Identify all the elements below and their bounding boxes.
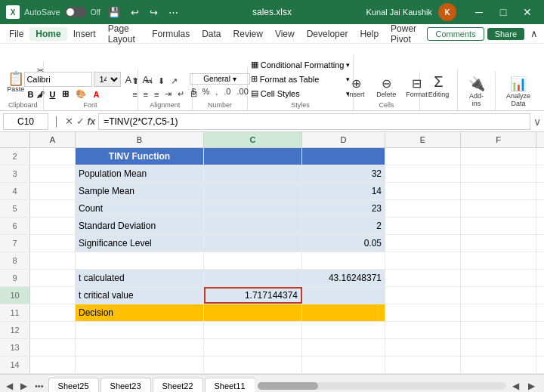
cell-e9[interactable] [385, 270, 461, 286]
user-avatar[interactable]: K [438, 3, 456, 21]
currency-button[interactable]: $ [189, 86, 198, 97]
cell-a8[interactable] [30, 252, 76, 269]
insert-cells-button[interactable]: ⊕ Insert [342, 75, 369, 100]
align-left-button[interactable]: ≡ [130, 88, 139, 100]
menu-formulas[interactable]: Formulas [146, 27, 196, 41]
cell-c9[interactable] [204, 270, 302, 286]
cell-c8[interactable] [204, 252, 302, 269]
cell-f12[interactable] [461, 322, 536, 338]
number-format-box[interactable]: General ▾ [190, 73, 250, 85]
cell-f4[interactable] [461, 183, 536, 199]
ribbon-collapse-button[interactable]: ∧ [527, 26, 541, 41]
cell-e5[interactable] [385, 200, 461, 217]
menu-power-pivot[interactable]: Power Pivot [385, 22, 427, 46]
cell-c10[interactable]: 1.717144374 [204, 287, 302, 304]
align-center-button[interactable]: ≡ [141, 88, 150, 100]
cell-f9[interactable] [461, 270, 536, 286]
cell-c13[interactable] [204, 339, 302, 356]
align-top-button[interactable]: ⬆ [130, 76, 141, 87]
cell-d8[interactable] [302, 252, 385, 269]
comments-button[interactable]: Comments [427, 27, 484, 41]
col-header-a[interactable]: A [30, 132, 76, 147]
save-button[interactable]: 💾 [105, 5, 123, 20]
formula-expand-button[interactable]: ∨ [533, 116, 541, 128]
align-right-button[interactable]: ≡ [152, 88, 161, 100]
cell-d14[interactable] [302, 357, 385, 373]
col-header-c[interactable]: C [204, 132, 302, 147]
cell-a2[interactable] [30, 148, 76, 165]
cell-a6[interactable] [30, 218, 76, 234]
cell-a3[interactable] [30, 165, 76, 182]
menu-insert[interactable]: Insert [67, 27, 102, 41]
cell-c6[interactable] [204, 218, 302, 234]
format-table-button[interactable]: ⊞ Format as Table ▾ [248, 73, 354, 85]
cell-e7[interactable] [385, 235, 461, 252]
font-name-input[interactable] [24, 72, 92, 87]
increase-decimal-button[interactable]: .0 [221, 86, 233, 97]
menu-file[interactable]: File [3, 27, 29, 41]
tab-next-button[interactable]: ▶ [17, 379, 30, 393]
menu-data[interactable]: Data [196, 27, 227, 41]
cell-e11[interactable] [385, 304, 461, 321]
cell-a12[interactable] [30, 322, 76, 338]
addins-button[interactable]: 🔌 Add-ins [462, 74, 490, 109]
cell-e12[interactable] [385, 322, 461, 338]
cell-d9[interactable]: 43.16248371 [302, 270, 385, 286]
orientation-button[interactable]: ↗ [168, 76, 180, 87]
more-tools-button[interactable]: ⋯ [165, 5, 181, 20]
cell-d11[interactable] [302, 304, 385, 321]
font-color-button[interactable]: A [90, 89, 102, 100]
cell-c11[interactable] [204, 304, 302, 321]
cell-b8[interactable] [76, 252, 204, 269]
maximize-button[interactable]: □ [493, 5, 514, 20]
cell-e2[interactable] [385, 148, 461, 165]
cell-b2[interactable]: TINV Function [76, 148, 204, 165]
scroll-thumb[interactable] [258, 382, 318, 390]
cell-a14[interactable] [30, 357, 76, 373]
cell-b13[interactable] [76, 339, 204, 356]
tab-sheet23[interactable]: Sheet23 [100, 378, 151, 392]
cell-f8[interactable] [461, 252, 536, 269]
cell-e8[interactable] [385, 252, 461, 269]
cell-e6[interactable] [385, 218, 461, 234]
cancel-icon[interactable]: ✕ [65, 116, 73, 127]
minimize-button[interactable]: ─ [468, 5, 490, 20]
cell-f11[interactable] [461, 304, 536, 321]
cell-f13[interactable] [461, 339, 536, 356]
col-header-e[interactable]: E [385, 132, 461, 147]
tab-sheet22[interactable]: Sheet22 [153, 378, 203, 392]
close-button[interactable]: ✕ [517, 5, 538, 20]
cell-a9[interactable] [30, 270, 76, 286]
cell-a10[interactable] [30, 287, 76, 304]
cell-d3[interactable]: 32 [302, 165, 385, 182]
menu-view[interactable]: View [269, 27, 301, 41]
cell-f3[interactable] [461, 165, 536, 182]
cell-reference-input[interactable] [3, 113, 48, 130]
cell-f5[interactable] [461, 200, 536, 217]
cell-e14[interactable] [385, 357, 461, 373]
cell-c2[interactable] [204, 148, 302, 165]
cell-d10[interactable] [302, 287, 385, 304]
cell-b4[interactable]: Sample Mean [76, 183, 204, 199]
cell-c5[interactable] [204, 200, 302, 217]
cell-d4[interactable]: 14 [302, 183, 385, 199]
editing-button[interactable]: Σ Editing [422, 72, 456, 100]
tab-sheet11[interactable]: Sheet11 [205, 378, 255, 392]
cell-d13[interactable] [302, 339, 385, 356]
cell-d2[interactable] [302, 148, 385, 165]
cell-a5[interactable] [30, 200, 76, 217]
conditional-formatting-button[interactable]: ▦ Conditional Formatting ▾ [248, 58, 354, 71]
cell-a11[interactable] [30, 304, 76, 321]
cell-d12[interactable] [302, 322, 385, 338]
underline-button[interactable]: U [46, 89, 58, 100]
cell-e13[interactable] [385, 339, 461, 356]
undo-button[interactable]: ↩ [128, 5, 142, 20]
redo-button[interactable]: ↪ [147, 5, 161, 20]
cell-e3[interactable] [385, 165, 461, 182]
font-size-select[interactable]: 14 11 12 [94, 72, 121, 87]
menu-review[interactable]: Review [227, 27, 269, 41]
delete-cells-button[interactable]: ⊖ Delete [372, 75, 400, 100]
analyze-data-button[interactable]: 📊 Analyze Data [500, 74, 536, 109]
cell-a7[interactable] [30, 235, 76, 252]
cell-b11[interactable]: Decision [76, 304, 204, 321]
